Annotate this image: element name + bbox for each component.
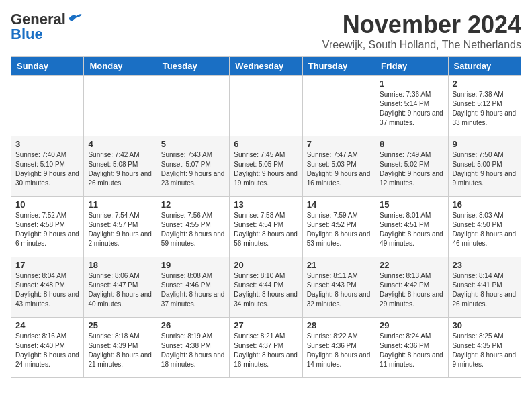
location: Vreewijk, South Holland, The Netherlands	[322, 39, 521, 51]
day-number: 24	[15, 320, 79, 330]
calendar-cell: 20Sunrise: 8:10 AMSunset: 4:44 PMDayligh…	[230, 257, 302, 318]
weekday-header-wednesday: Wednesday	[230, 57, 302, 76]
weekday-header-monday: Monday	[84, 57, 157, 76]
day-info: Sunrise: 8:03 AMSunset: 4:50 PMDaylight:…	[453, 211, 517, 248]
day-info: Sunrise: 7:36 AMSunset: 5:14 PMDaylight:…	[380, 90, 443, 128]
day-number: 22	[380, 260, 443, 270]
weekday-header-saturday: Saturday	[448, 57, 521, 76]
day-number: 12	[161, 199, 225, 210]
calendar-cell: 14Sunrise: 7:59 AMSunset: 4:52 PMDayligh…	[302, 197, 375, 257]
calendar-cell: 16Sunrise: 8:03 AMSunset: 4:50 PMDayligh…	[448, 197, 521, 257]
calendar-cell: 27Sunrise: 8:21 AMSunset: 4:37 PMDayligh…	[230, 318, 302, 378]
day-info: Sunrise: 8:19 AMSunset: 4:38 PMDaylight:…	[161, 332, 225, 369]
calendar-cell: 29Sunrise: 8:24 AMSunset: 4:36 PMDayligh…	[375, 318, 448, 378]
day-number: 13	[234, 199, 298, 210]
day-number: 25	[88, 320, 152, 330]
calendar-cell: 13Sunrise: 7:58 AMSunset: 4:54 PMDayligh…	[230, 197, 302, 257]
calendar-cell: 22Sunrise: 8:13 AMSunset: 4:42 PMDayligh…	[375, 257, 448, 318]
weekday-header-sunday: Sunday	[11, 57, 84, 76]
day-info: Sunrise: 7:40 AMSunset: 5:10 PMDaylight:…	[15, 150, 79, 188]
day-number: 29	[380, 320, 443, 330]
calendar-cell: 26Sunrise: 8:19 AMSunset: 4:38 PMDayligh…	[157, 318, 229, 378]
day-number: 4	[88, 139, 152, 149]
day-info: Sunrise: 7:47 AMSunset: 5:03 PMDaylight:…	[307, 150, 371, 188]
day-number: 14	[307, 199, 371, 210]
calendar-cell: 28Sunrise: 8:22 AMSunset: 4:36 PMDayligh…	[302, 318, 375, 378]
logo-bird-icon	[67, 12, 82, 24]
calendar-cell: 6Sunrise: 7:45 AMSunset: 5:05 PMDaylight…	[230, 136, 302, 197]
day-info: Sunrise: 8:14 AMSunset: 4:41 PMDaylight:…	[453, 271, 517, 309]
day-number: 1	[380, 79, 443, 89]
day-info: Sunrise: 8:01 AMSunset: 4:51 PMDaylight:…	[380, 211, 443, 248]
day-number: 15	[380, 199, 443, 210]
month-title: November 2024	[322, 11, 521, 39]
day-number: 2	[453, 79, 517, 89]
day-info: Sunrise: 7:58 AMSunset: 4:54 PMDaylight:…	[234, 211, 298, 248]
day-info: Sunrise: 7:42 AMSunset: 5:08 PMDaylight:…	[88, 150, 152, 188]
page-header: General Blue November 2024 Vreewijk, Sou…	[11, 11, 521, 51]
day-info: Sunrise: 8:22 AMSunset: 4:36 PMDaylight:…	[307, 332, 371, 369]
day-number: 18	[88, 260, 152, 270]
calendar-cell: 11Sunrise: 7:54 AMSunset: 4:57 PMDayligh…	[84, 197, 157, 257]
weekday-header-friday: Friday	[375, 57, 448, 76]
day-number: 17	[15, 260, 79, 270]
calendar-week-4: 17Sunrise: 8:04 AMSunset: 4:48 PMDayligh…	[11, 257, 521, 318]
day-number: 3	[15, 139, 79, 149]
day-number: 8	[380, 139, 443, 149]
calendar-cell: 19Sunrise: 8:08 AMSunset: 4:46 PMDayligh…	[157, 257, 229, 318]
calendar-cell	[230, 76, 302, 136]
logo-blue-text: Blue	[11, 26, 43, 43]
day-number: 26	[161, 320, 225, 330]
day-number: 16	[453, 199, 517, 210]
day-info: Sunrise: 8:13 AMSunset: 4:42 PMDaylight:…	[380, 271, 443, 309]
calendar-cell: 5Sunrise: 7:43 AMSunset: 5:07 PMDaylight…	[157, 136, 229, 197]
calendar-cell	[11, 76, 84, 136]
day-number: 28	[307, 320, 371, 330]
day-number: 30	[453, 320, 517, 330]
day-info: Sunrise: 8:25 AMSunset: 4:35 PMDaylight:…	[453, 332, 517, 369]
calendar-cell: 30Sunrise: 8:25 AMSunset: 4:35 PMDayligh…	[448, 318, 521, 378]
day-number: 6	[234, 139, 298, 149]
day-info: Sunrise: 7:49 AMSunset: 5:02 PMDaylight:…	[380, 150, 443, 188]
day-info: Sunrise: 7:56 AMSunset: 4:55 PMDaylight:…	[161, 211, 225, 248]
day-info: Sunrise: 8:08 AMSunset: 4:46 PMDaylight:…	[161, 271, 225, 309]
title-area: November 2024 Vreewijk, South Holland, T…	[322, 11, 521, 51]
calendar-cell: 7Sunrise: 7:47 AMSunset: 5:03 PMDaylight…	[302, 136, 375, 197]
calendar-cell: 2Sunrise: 7:38 AMSunset: 5:12 PMDaylight…	[448, 76, 521, 136]
logo: General Blue	[11, 11, 82, 43]
calendar-cell	[84, 76, 157, 136]
calendar-week-1: 1Sunrise: 7:36 AMSunset: 5:14 PMDaylight…	[11, 76, 521, 136]
day-info: Sunrise: 8:18 AMSunset: 4:39 PMDaylight:…	[88, 332, 152, 369]
calendar-cell: 3Sunrise: 7:40 AMSunset: 5:10 PMDaylight…	[11, 136, 84, 197]
calendar-cell: 24Sunrise: 8:16 AMSunset: 4:40 PMDayligh…	[11, 318, 84, 378]
calendar-cell: 18Sunrise: 8:06 AMSunset: 4:47 PMDayligh…	[84, 257, 157, 318]
day-number: 19	[161, 260, 225, 270]
calendar-cell: 10Sunrise: 7:52 AMSunset: 4:58 PMDayligh…	[11, 197, 84, 257]
day-info: Sunrise: 8:11 AMSunset: 4:43 PMDaylight:…	[307, 271, 371, 309]
day-info: Sunrise: 7:59 AMSunset: 4:52 PMDaylight:…	[307, 211, 371, 248]
calendar-cell	[302, 76, 375, 136]
day-number: 21	[307, 260, 371, 270]
calendar-table: SundayMondayTuesdayWednesdayThursdayFrid…	[11, 56, 521, 378]
calendar-cell: 21Sunrise: 8:11 AMSunset: 4:43 PMDayligh…	[302, 257, 375, 318]
calendar-cell: 8Sunrise: 7:49 AMSunset: 5:02 PMDaylight…	[375, 136, 448, 197]
calendar-week-2: 3Sunrise: 7:40 AMSunset: 5:10 PMDaylight…	[11, 136, 521, 197]
calendar-week-3: 10Sunrise: 7:52 AMSunset: 4:58 PMDayligh…	[11, 197, 521, 257]
calendar-cell: 12Sunrise: 7:56 AMSunset: 4:55 PMDayligh…	[157, 197, 229, 257]
day-number: 23	[453, 260, 517, 270]
calendar-cell: 4Sunrise: 7:42 AMSunset: 5:08 PMDaylight…	[84, 136, 157, 197]
day-info: Sunrise: 7:38 AMSunset: 5:12 PMDaylight:…	[453, 90, 517, 128]
calendar-cell: 17Sunrise: 8:04 AMSunset: 4:48 PMDayligh…	[11, 257, 84, 318]
day-info: Sunrise: 7:45 AMSunset: 5:05 PMDaylight:…	[234, 150, 298, 188]
day-info: Sunrise: 8:06 AMSunset: 4:47 PMDaylight:…	[88, 271, 152, 309]
day-info: Sunrise: 8:04 AMSunset: 4:48 PMDaylight:…	[15, 271, 79, 309]
day-info: Sunrise: 7:54 AMSunset: 4:57 PMDaylight:…	[88, 211, 152, 248]
calendar-cell: 9Sunrise: 7:50 AMSunset: 5:00 PMDaylight…	[448, 136, 521, 197]
day-info: Sunrise: 7:50 AMSunset: 5:00 PMDaylight:…	[453, 150, 517, 188]
calendar-cell: 1Sunrise: 7:36 AMSunset: 5:14 PMDaylight…	[375, 76, 448, 136]
day-number: 20	[234, 260, 298, 270]
calendar-cell: 15Sunrise: 8:01 AMSunset: 4:51 PMDayligh…	[375, 197, 448, 257]
calendar-header-row: SundayMondayTuesdayWednesdayThursdayFrid…	[11, 57, 521, 76]
day-info: Sunrise: 8:16 AMSunset: 4:40 PMDaylight:…	[15, 332, 79, 369]
calendar-cell	[157, 76, 229, 136]
